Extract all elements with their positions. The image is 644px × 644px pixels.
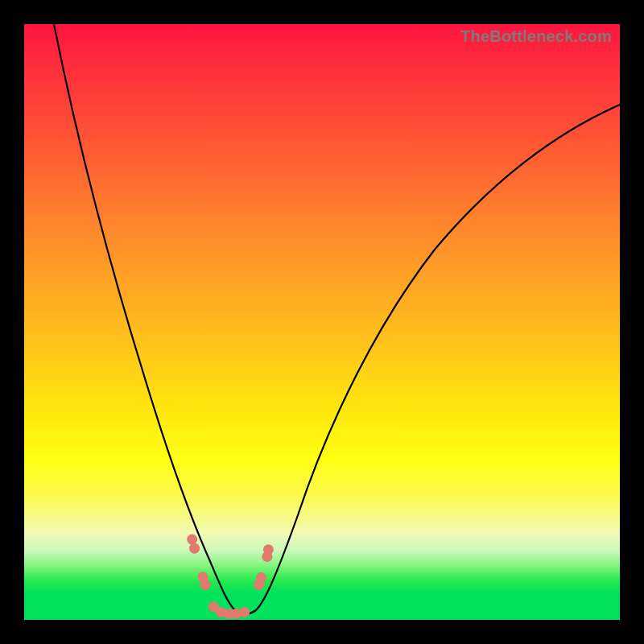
marker-dot xyxy=(256,572,266,583)
marker-dot xyxy=(200,580,211,590)
marker-dot xyxy=(189,543,200,554)
chart-frame: TheBottleneck.com xyxy=(0,0,644,644)
marker-dot xyxy=(187,535,197,545)
marker-dot xyxy=(239,607,250,617)
markers xyxy=(187,535,274,620)
bottleneck-curve xyxy=(24,24,620,620)
marker-dot xyxy=(263,544,274,555)
curve-path xyxy=(54,24,620,614)
plot-area: TheBottleneck.com xyxy=(24,24,620,620)
